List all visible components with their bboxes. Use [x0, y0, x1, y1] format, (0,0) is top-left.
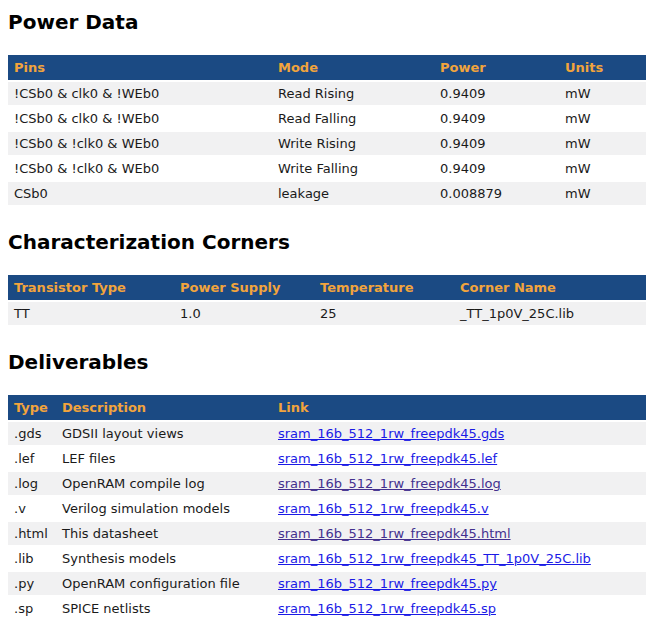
cell-link: sram_16b_512_1rw_freepdk45.sp	[272, 597, 646, 620]
log-file-link[interactable]: sram_16b_512_1rw_freepdk45.log	[278, 476, 501, 491]
cell-type: .lef	[8, 447, 56, 470]
cell-description: Synthesis models	[56, 547, 272, 570]
cell-units: mW	[559, 182, 646, 205]
table-row: .lib Synthesis models sram_16b_512_1rw_f…	[8, 547, 646, 570]
cell-mode: leakage	[272, 182, 434, 205]
cell-units: mW	[559, 132, 646, 155]
cell-power: 0.9409	[434, 157, 559, 180]
cell-corner-name: _TT_1p0V_25C.lib	[454, 302, 646, 325]
cell-power: 0.008879	[434, 182, 559, 205]
cell-transistor-type: TT	[8, 302, 174, 325]
cell-description: OpenRAM configuration file	[56, 572, 272, 595]
table-row: .py OpenRAM configuration file sram_16b_…	[8, 572, 646, 595]
column-header-transistor-type: Transistor Type	[8, 275, 174, 300]
column-header-power-supply: Power Supply	[174, 275, 314, 300]
cell-description: Verilog simulation models	[56, 497, 272, 520]
table-row: !CSb0 & clk0 & !WEb0 Read Rising 0.9409 …	[8, 82, 646, 105]
cell-link: sram_16b_512_1rw_freepdk45.py	[272, 572, 646, 595]
verilog-file-link[interactable]: sram_16b_512_1rw_freepdk45.v	[278, 501, 489, 516]
table-row: !CSb0 & !clk0 & WEb0 Write Falling 0.940…	[8, 157, 646, 180]
cell-type: .sp	[8, 597, 56, 620]
table-row: .v Verilog simulation models sram_16b_51…	[8, 497, 646, 520]
cell-type: .html	[8, 522, 56, 545]
lef-file-link[interactable]: sram_16b_512_1rw_freepdk45.lef	[278, 451, 497, 466]
cell-pins: !CSb0 & clk0 & !WEb0	[8, 82, 272, 105]
column-header-pins: Pins	[8, 55, 272, 80]
cell-link: sram_16b_512_1rw_freepdk45_TT_1p0V_25C.l…	[272, 547, 646, 570]
column-header-type: Type	[8, 395, 56, 420]
cell-power: 0.9409	[434, 107, 559, 130]
cell-type: .py	[8, 572, 56, 595]
column-header-mode: Mode	[272, 55, 434, 80]
cell-mode: Write Falling	[272, 157, 434, 180]
power-data-table: Pins Mode Power Units !CSb0 & clk0 & !WE…	[8, 53, 646, 207]
characterization-corners-title: Characterization Corners	[8, 230, 652, 254]
power-data-title: Power Data	[8, 10, 652, 34]
table-row: TT 1.0 25 _TT_1p0V_25C.lib	[8, 302, 646, 325]
column-header-units: Units	[559, 55, 646, 80]
cell-units: mW	[559, 157, 646, 180]
cell-units: mW	[559, 107, 646, 130]
cell-units: mW	[559, 82, 646, 105]
cell-mode: Read Falling	[272, 107, 434, 130]
cell-link: sram_16b_512_1rw_freepdk45.lef	[272, 447, 646, 470]
cell-pins: !CSb0 & clk0 & !WEb0	[8, 107, 272, 130]
deliverables-title: Deliverables	[8, 350, 652, 374]
table-row: .gds GDSII layout views sram_16b_512_1rw…	[8, 422, 646, 445]
corners-header-row: Transistor Type Power Supply Temperature…	[8, 275, 646, 300]
cell-description: LEF files	[56, 447, 272, 470]
cell-link: sram_16b_512_1rw_freepdk45.log	[272, 472, 646, 495]
cell-link: sram_16b_512_1rw_freepdk45.gds	[272, 422, 646, 445]
table-row: .lef LEF files sram_16b_512_1rw_freepdk4…	[8, 447, 646, 470]
cell-temperature: 25	[314, 302, 454, 325]
column-header-power: Power	[434, 55, 559, 80]
deliverables-header-row: Type Description Link	[8, 395, 646, 420]
table-row: !CSb0 & !clk0 & WEb0 Write Rising 0.9409…	[8, 132, 646, 155]
cell-pins: !CSb0 & !clk0 & WEb0	[8, 132, 272, 155]
cell-pins: CSb0	[8, 182, 272, 205]
html-file-link[interactable]: sram_16b_512_1rw_freepdk45.html	[278, 526, 511, 541]
cell-mode: Write Rising	[272, 132, 434, 155]
characterization-corners-table: Transistor Type Power Supply Temperature…	[8, 273, 646, 327]
cell-power-supply: 1.0	[174, 302, 314, 325]
cell-type: .gds	[8, 422, 56, 445]
py-file-link[interactable]: sram_16b_512_1rw_freepdk45.py	[278, 576, 497, 591]
column-header-corner-name: Corner Name	[454, 275, 646, 300]
sp-file-link[interactable]: sram_16b_512_1rw_freepdk45.sp	[278, 601, 496, 616]
bottom-spacer	[8, 622, 652, 628]
cell-description: SPICE netlists	[56, 597, 272, 620]
column-header-temperature: Temperature	[314, 275, 454, 300]
cell-description: GDSII layout views	[56, 422, 272, 445]
cell-type: .log	[8, 472, 56, 495]
cell-description: This datasheet	[56, 522, 272, 545]
gds-file-link[interactable]: sram_16b_512_1rw_freepdk45.gds	[278, 426, 504, 441]
cell-power: 0.9409	[434, 132, 559, 155]
cell-mode: Read Rising	[272, 82, 434, 105]
deliverables-table: Type Description Link .gds GDSII layout …	[8, 393, 646, 622]
lib-file-link[interactable]: sram_16b_512_1rw_freepdk45_TT_1p0V_25C.l…	[278, 551, 591, 566]
cell-description: OpenRAM compile log	[56, 472, 272, 495]
cell-power: 0.9409	[434, 82, 559, 105]
column-header-description: Description	[56, 395, 272, 420]
cell-pins: !CSb0 & !clk0 & WEb0	[8, 157, 272, 180]
power-data-header-row: Pins Mode Power Units	[8, 55, 646, 80]
cell-type: .lib	[8, 547, 56, 570]
cell-link: sram_16b_512_1rw_freepdk45.html	[272, 522, 646, 545]
column-header-link: Link	[272, 395, 646, 420]
table-row: .html This datasheet sram_16b_512_1rw_fr…	[8, 522, 646, 545]
cell-link: sram_16b_512_1rw_freepdk45.v	[272, 497, 646, 520]
table-row: CSb0 leakage 0.008879 mW	[8, 182, 646, 205]
table-row: .log OpenRAM compile log sram_16b_512_1r…	[8, 472, 646, 495]
cell-type: .v	[8, 497, 56, 520]
table-row: .sp SPICE netlists sram_16b_512_1rw_free…	[8, 597, 646, 620]
table-row: !CSb0 & clk0 & !WEb0 Read Falling 0.9409…	[8, 107, 646, 130]
